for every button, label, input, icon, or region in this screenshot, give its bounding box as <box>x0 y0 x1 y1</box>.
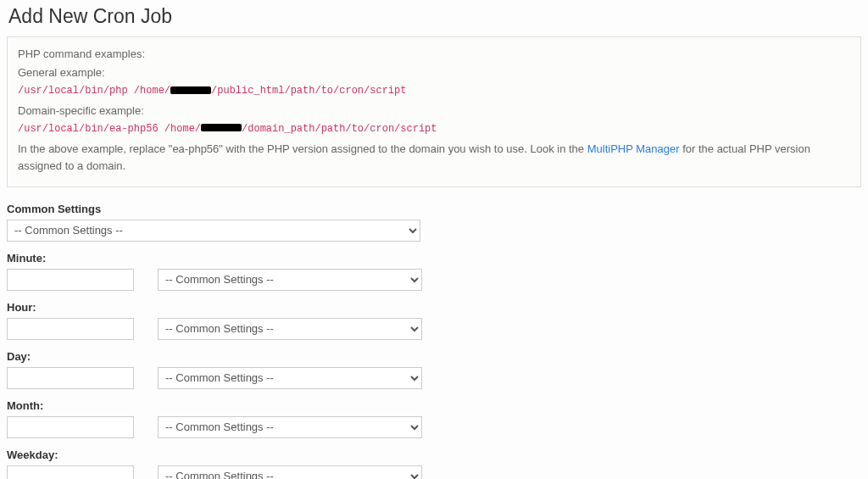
general-example-pre: /usr/local/bin/php /home/ <box>18 85 170 97</box>
minute-group: Minute: -- Common Settings -- <box>7 252 861 291</box>
redacted-user <box>201 124 242 131</box>
domain-example-pre: /usr/local/bin/ea-php56 /home/ <box>18 123 201 135</box>
info-box: PHP command examples: General example: /… <box>7 36 861 187</box>
hour-input[interactable] <box>7 318 134 340</box>
day-select[interactable]: -- Common Settings -- <box>158 367 422 389</box>
month-group: Month: -- Common Settings -- <box>7 399 861 438</box>
general-example: /usr/local/bin/php /home//public_html/pa… <box>18 83 850 99</box>
hour-label: Hour: <box>7 301 861 314</box>
month-label: Month: <box>7 399 861 412</box>
domain-example: /usr/local/bin/ea-php56 /home//domain_pa… <box>18 121 850 137</box>
minute-label: Minute: <box>7 252 861 265</box>
note-line: In the above example, replace "ea-php56"… <box>18 141 850 175</box>
redacted-user <box>170 86 211 94</box>
day-label: Day: <box>7 350 861 363</box>
weekday-select[interactable]: -- Common Settings -- <box>158 465 422 479</box>
month-select[interactable]: -- Common Settings -- <box>158 416 422 438</box>
note-pre: In the above example, replace "ea-php56"… <box>18 142 587 155</box>
common-settings-group: Common Settings -- Common Settings -- <box>7 203 861 242</box>
month-input[interactable] <box>7 416 134 438</box>
general-example-post: /public_html/path/to/cron/script <box>211 85 406 97</box>
hour-group: Hour: -- Common Settings -- <box>7 301 861 340</box>
common-settings-label: Common Settings <box>7 203 861 215</box>
domain-example-post: /domain_path/path/to/cron/script <box>242 123 437 135</box>
general-label: General example: <box>18 64 850 81</box>
day-group: Day: -- Common Settings -- <box>7 350 861 389</box>
common-settings-select[interactable]: -- Common Settings -- <box>7 220 420 242</box>
examples-heading: PHP command examples: <box>18 46 850 63</box>
hour-select[interactable]: -- Common Settings -- <box>158 318 422 340</box>
weekday-label: Weekday: <box>7 448 861 461</box>
domain-label: Domain-specific example: <box>18 103 850 120</box>
weekday-group: Weekday: -- Common Settings -- <box>7 448 861 479</box>
multiphp-link[interactable]: MultiPHP Manager <box>587 142 680 155</box>
minute-input[interactable] <box>7 269 134 291</box>
weekday-input[interactable] <box>7 465 134 479</box>
page-title: Add New Cron Job <box>8 5 861 28</box>
day-input[interactable] <box>7 367 134 389</box>
minute-select[interactable]: -- Common Settings -- <box>158 269 422 291</box>
